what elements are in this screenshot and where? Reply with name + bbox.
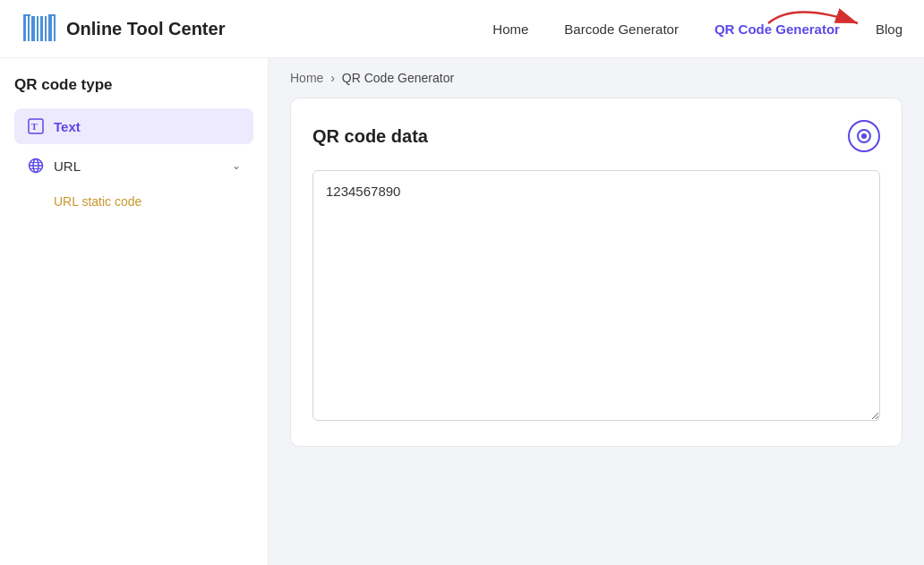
svg-rect-9 bbox=[23, 14, 25, 20]
header: Online Tool Center Home Barcode Generato… bbox=[0, 0, 924, 58]
card-title: QR code data bbox=[312, 126, 428, 147]
main-content: Home › QR Code Generator QR code data bbox=[269, 58, 924, 565]
nav-home[interactable]: Home bbox=[492, 21, 528, 37]
globe-icon bbox=[27, 157, 45, 175]
url-static-link[interactable]: URL static code bbox=[14, 187, 253, 216]
svg-rect-2 bbox=[31, 16, 35, 41]
svg-rect-5 bbox=[45, 16, 47, 41]
svg-text:T: T bbox=[31, 122, 38, 132]
logo-area: Online Tool Center bbox=[21, 11, 225, 47]
main-nav: Home Barcode Generator QR Code Generator… bbox=[492, 21, 903, 37]
sidebar-title: QR code type bbox=[14, 76, 253, 94]
svg-rect-4 bbox=[40, 16, 43, 41]
svg-rect-3 bbox=[37, 16, 38, 41]
text-type-icon: T bbox=[27, 117, 45, 135]
sidebar: QR code type T Text U bbox=[0, 58, 269, 565]
breadcrumb: Home › QR Code Generator bbox=[269, 58, 924, 98]
scan-icon-button[interactable] bbox=[848, 120, 880, 152]
logo-text: Online Tool Center bbox=[66, 19, 225, 39]
sidebar-item-url[interactable]: URL ⌄ bbox=[14, 148, 253, 184]
sidebar-item-text[interactable]: T Text bbox=[14, 108, 253, 144]
breadcrumb-current: QR Code Generator bbox=[342, 71, 454, 85]
card-header: QR code data bbox=[312, 120, 880, 152]
svg-rect-6 bbox=[48, 16, 52, 41]
page-layout: QR code type T Text U bbox=[0, 58, 924, 565]
nav-barcode[interactable]: Barcode Generator bbox=[564, 21, 679, 37]
scan-icon bbox=[857, 129, 871, 143]
chevron-down-icon: ⌄ bbox=[232, 159, 241, 172]
qr-data-textarea[interactable] bbox=[312, 170, 880, 421]
svg-rect-1 bbox=[28, 16, 30, 41]
logo-icon bbox=[21, 11, 57, 47]
nav-qr[interactable]: QR Code Generator bbox=[714, 21, 840, 37]
breadcrumb-home[interactable]: Home bbox=[290, 71, 323, 85]
qr-code-card: QR code data bbox=[290, 98, 903, 447]
sidebar-url-label: URL bbox=[54, 158, 223, 174]
svg-rect-11 bbox=[54, 14, 56, 20]
nav-blog[interactable]: Blog bbox=[876, 21, 903, 37]
svg-rect-7 bbox=[54, 16, 56, 41]
svg-rect-0 bbox=[23, 16, 26, 41]
sidebar-text-label: Text bbox=[54, 119, 81, 134]
breadcrumb-separator: › bbox=[330, 71, 335, 85]
